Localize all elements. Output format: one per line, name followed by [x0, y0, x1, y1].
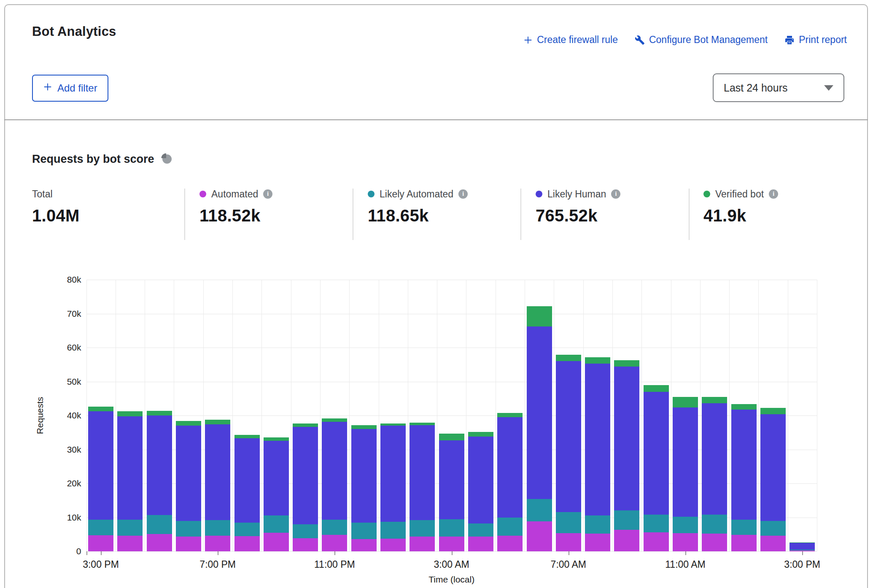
bar-segment-automated[interactable] [556, 533, 581, 551]
bar-segment-likely-human[interactable] [468, 437, 493, 523]
bar-segment-verified-bot[interactable] [585, 357, 610, 364]
bar-segment-verified-bot[interactable] [88, 407, 113, 411]
bar-segment-verified-bot[interactable] [702, 397, 727, 403]
bar-segment-verified-bot[interactable] [760, 408, 786, 414]
bar-segment-automated[interactable] [789, 550, 815, 551]
bar-segment-likely-automated[interactable] [351, 523, 377, 539]
bar-segment-likely-automated[interactable] [117, 520, 143, 536]
bar-segment-verified-bot[interactable] [234, 435, 260, 438]
bar-segment-verified-bot[interactable] [322, 418, 347, 422]
bar-segment-automated[interactable] [644, 532, 669, 551]
bar-segment-likely-automated[interactable] [410, 520, 435, 537]
bar-segment-likely-automated[interactable] [468, 523, 493, 537]
create-firewall-rule-link[interactable]: Create firewall rule [523, 34, 618, 46]
bar-segment-automated[interactable] [497, 536, 523, 551]
bar-segment-likely-human[interactable] [439, 440, 464, 519]
bar-segment-automated[interactable] [673, 533, 698, 551]
bar-segment-likely-automated[interactable] [439, 519, 464, 537]
bar-segment-verified-bot[interactable] [117, 411, 143, 416]
bar-segment-verified-bot[interactable] [497, 413, 523, 417]
bar-segment-likely-automated[interactable] [527, 499, 552, 521]
bar-segment-likely-human[interactable] [234, 438, 260, 523]
bar-segment-likely-human[interactable] [410, 425, 435, 520]
bar-segment-verified-bot[interactable] [644, 385, 669, 391]
info-icon[interactable]: i [458, 189, 468, 199]
bar-segment-likely-automated[interactable] [380, 522, 406, 539]
bar-segment-verified-bot[interactable] [293, 423, 318, 427]
bar-segment-likely-human[interactable] [380, 426, 406, 522]
bar-segment-likely-human[interactable] [527, 326, 552, 499]
bar-segment-likely-human[interactable] [702, 403, 727, 515]
bar-segment-automated[interactable] [88, 535, 113, 551]
bar-segment-automated[interactable] [205, 536, 230, 551]
bar-segment-verified-bot[interactable] [614, 360, 639, 367]
info-icon[interactable]: i [263, 189, 272, 199]
bar-segment-verified-bot[interactable] [176, 421, 201, 426]
bar-segment-verified-bot[interactable] [789, 542, 815, 543]
bar-segment-automated[interactable] [147, 534, 172, 551]
bar-segment-likely-human[interactable] [117, 416, 143, 520]
bar-segment-likely-automated[interactable] [264, 515, 289, 532]
bar-segment-likely-automated[interactable] [673, 517, 698, 533]
bar-segment-likely-automated[interactable] [293, 524, 318, 539]
bar-segment-likely-human[interactable] [351, 429, 377, 523]
bar-segment-likely-human[interactable] [205, 424, 230, 520]
bar-segment-likely-automated[interactable] [147, 515, 172, 534]
bar-segment-verified-bot[interactable] [673, 397, 698, 407]
bar-segment-likely-human[interactable] [585, 364, 610, 516]
bar-segment-likely-automated[interactable] [731, 520, 757, 534]
bar-segment-automated[interactable] [410, 537, 435, 551]
bar-segment-likely-human[interactable] [644, 392, 669, 515]
bar-segment-likely-automated[interactable] [614, 510, 639, 530]
bar-segment-likely-automated[interactable] [234, 523, 260, 536]
configure-bot-management-link[interactable]: Configure Bot Management [635, 34, 768, 46]
bar-segment-likely-human[interactable] [176, 426, 201, 521]
bar-segment-automated[interactable] [731, 535, 757, 551]
bar-segment-verified-bot[interactable] [468, 432, 493, 437]
bar-segment-likely-human[interactable] [673, 407, 698, 517]
bar-segment-likely-automated[interactable] [585, 515, 610, 534]
bar-segment-likely-automated[interactable] [702, 515, 727, 534]
bar-segment-verified-bot[interactable] [731, 404, 757, 410]
bar-segment-likely-human[interactable] [322, 422, 347, 520]
bar-segment-verified-bot[interactable] [439, 434, 464, 440]
time-range-select[interactable]: Last 24 hours [713, 73, 844, 102]
bar-segment-likely-human[interactable] [760, 414, 786, 521]
add-filter-button[interactable]: Add filter [32, 75, 108, 102]
bar-segment-verified-bot[interactable] [410, 423, 435, 425]
bar-segment-likely-human[interactable] [293, 427, 318, 524]
bar-segment-likely-human[interactable] [556, 361, 581, 512]
bar-segment-likely-human[interactable] [731, 410, 757, 520]
bar-segment-likely-automated[interactable] [760, 521, 786, 536]
bar-segment-automated[interactable] [351, 539, 377, 551]
bar-segment-likely-human[interactable] [614, 367, 639, 510]
bar-segment-automated[interactable] [176, 537, 201, 551]
bar-segment-verified-bot[interactable] [264, 437, 289, 441]
bar-segment-automated[interactable] [439, 537, 464, 551]
bar-segment-automated[interactable] [468, 537, 493, 551]
bar-segment-verified-bot[interactable] [556, 355, 581, 361]
bar-segment-likely-human[interactable] [789, 543, 815, 550]
bar-segment-automated[interactable] [380, 539, 406, 551]
bar-segment-automated[interactable] [234, 536, 260, 551]
bar-segment-verified-bot[interactable] [147, 411, 172, 415]
bar-segment-likely-automated[interactable] [644, 515, 669, 532]
bar-segment-automated[interactable] [614, 530, 639, 551]
bar-segment-automated[interactable] [585, 534, 610, 551]
bar-segment-verified-bot[interactable] [351, 425, 377, 429]
bar-segment-likely-human[interactable] [497, 417, 523, 518]
bar-segment-likely-automated[interactable] [789, 550, 815, 550]
bar-segment-likely-human[interactable] [147, 415, 172, 515]
bar-segment-verified-bot[interactable] [527, 306, 552, 326]
bar-segment-likely-automated[interactable] [205, 520, 230, 536]
bar-segment-verified-bot[interactable] [380, 423, 406, 426]
bar-segment-likely-automated[interactable] [88, 520, 113, 535]
bar-segment-likely-automated[interactable] [497, 518, 523, 536]
print-report-link[interactable]: Print report [784, 34, 847, 46]
bar-segment-likely-automated[interactable] [322, 520, 347, 535]
bar-segment-likely-automated[interactable] [556, 512, 581, 533]
bar-segment-automated[interactable] [760, 536, 786, 551]
info-icon[interactable]: i [611, 189, 620, 199]
bar-segment-automated[interactable] [293, 538, 318, 551]
bar-segment-verified-bot[interactable] [205, 420, 230, 424]
